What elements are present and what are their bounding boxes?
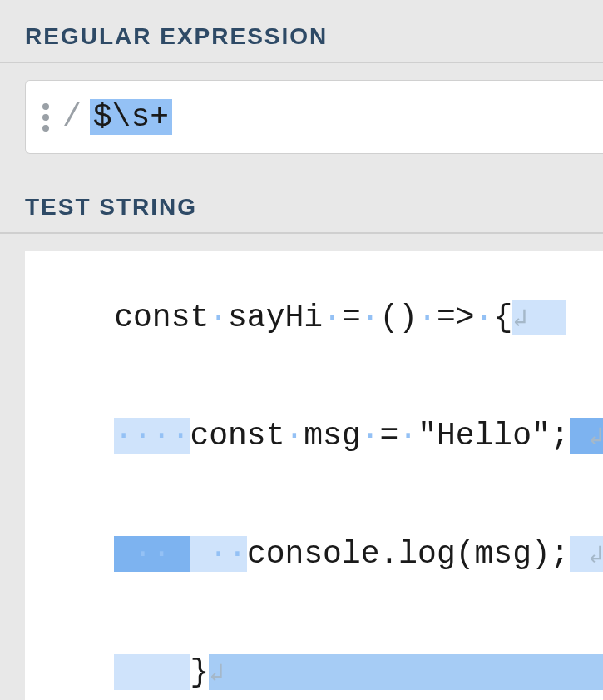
test-line: ·· ··console.log(msg); ↲ xyxy=(38,507,603,602)
regex-delimiter: / xyxy=(62,99,82,135)
regex-section-header: REGULAR EXPRESSION xyxy=(0,0,603,63)
test-line: const·sayHi·=·()·=>·{↲ xyxy=(38,271,603,365)
teststring-input[interactable]: const·sayHi·=·()·=>·{↲ ····const·msg·=·"… xyxy=(25,251,603,700)
drag-handle-icon[interactable] xyxy=(42,103,49,132)
test-line: }↲ xyxy=(38,625,603,700)
regex-input-container[interactable]: / $\s+ xyxy=(25,80,603,154)
test-line: ····const·msg·=·"Hello"; ↲ xyxy=(38,389,603,484)
teststring-section-header: TEST STRING xyxy=(0,171,603,234)
regex-pattern-text[interactable]: $\s+ xyxy=(90,99,172,135)
